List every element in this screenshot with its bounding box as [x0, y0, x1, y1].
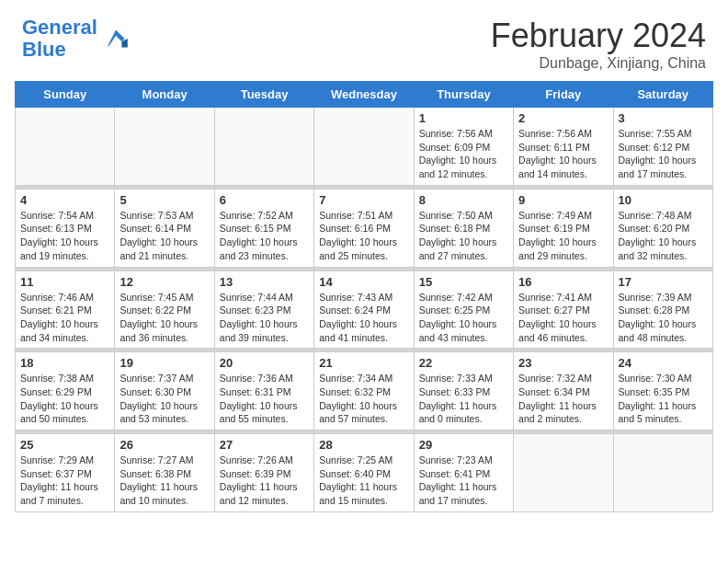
calendar-day-cell: 1Sunrise: 7:56 AM Sunset: 6:09 PM Daylig… [414, 108, 513, 186]
calendar-week-row: 11Sunrise: 7:46 AM Sunset: 6:21 PM Dayli… [16, 270, 713, 349]
calendar-week-row: 18Sunrise: 7:38 AM Sunset: 6:29 PM Dayli… [16, 352, 713, 431]
day-number: 8 [419, 193, 508, 207]
calendar-day-cell: 25Sunrise: 7:29 AM Sunset: 6:37 PM Dayli… [16, 434, 115, 512]
day-info: Sunrise: 7:23 AM Sunset: 6:41 PM Dayligh… [419, 454, 508, 508]
calendar-day-cell: 17Sunrise: 7:39 AM Sunset: 6:28 PM Dayli… [613, 270, 712, 349]
day-info: Sunrise: 7:50 AM Sunset: 6:18 PM Dayligh… [419, 209, 508, 263]
day-number: 19 [119, 356, 209, 370]
day-info: Sunrise: 7:54 AM Sunset: 6:13 PM Dayligh… [20, 209, 109, 263]
day-info: Sunrise: 7:29 AM Sunset: 6:37 PM Dayligh… [20, 454, 109, 508]
day-info: Sunrise: 7:25 AM Sunset: 6:40 PM Dayligh… [319, 454, 408, 508]
day-number: 26 [119, 438, 209, 452]
day-number: 4 [20, 193, 109, 207]
day-info: Sunrise: 7:48 AM Sunset: 6:20 PM Dayligh… [619, 209, 708, 263]
calendar-day-cell: 24Sunrise: 7:30 AM Sunset: 6:35 PM Dayli… [613, 352, 712, 431]
day-number: 18 [20, 356, 109, 370]
day-info: Sunrise: 7:32 AM Sunset: 6:34 PM Dayligh… [518, 372, 608, 426]
calendar-day-cell: 27Sunrise: 7:26 AM Sunset: 6:39 PM Dayli… [214, 434, 313, 512]
day-number: 29 [419, 438, 508, 452]
calendar-day-cell [115, 108, 214, 186]
calendar-day-cell [214, 108, 313, 186]
day-number: 24 [619, 356, 708, 370]
calendar-table: SundayMondayTuesdayWednesdayThursdayFrid… [15, 81, 713, 512]
calendar-day-cell: 18Sunrise: 7:38 AM Sunset: 6:29 PM Dayli… [16, 352, 115, 431]
day-number: 17 [619, 275, 708, 289]
calendar-day-cell: 26Sunrise: 7:27 AM Sunset: 6:38 PM Dayli… [115, 434, 214, 512]
day-number: 7 [319, 193, 408, 207]
day-info: Sunrise: 7:46 AM Sunset: 6:21 PM Dayligh… [20, 291, 109, 345]
logo: General Blue [22, 17, 131, 61]
calendar-day-cell: 7Sunrise: 7:51 AM Sunset: 6:16 PM Daylig… [314, 189, 414, 267]
calendar-day-cell [16, 108, 115, 186]
day-number: 2 [518, 111, 608, 125]
calendar-day-header: Wednesday [314, 82, 414, 108]
day-info: Sunrise: 7:37 AM Sunset: 6:30 PM Dayligh… [119, 372, 209, 426]
calendar-day-cell [514, 434, 613, 512]
day-info: Sunrise: 7:51 AM Sunset: 6:16 PM Dayligh… [319, 209, 408, 263]
day-number: 6 [220, 193, 309, 207]
calendar-day-header: Monday [115, 82, 214, 108]
logo-text-blue: Blue [22, 38, 66, 61]
calendar-day-cell [613, 434, 712, 512]
calendar-day-cell: 9Sunrise: 7:49 AM Sunset: 6:19 PM Daylig… [514, 189, 613, 267]
calendar-day-header: Sunday [16, 82, 115, 108]
day-number: 16 [518, 275, 608, 289]
day-info: Sunrise: 7:52 AM Sunset: 6:15 PM Dayligh… [220, 209, 309, 263]
calendar-day-cell: 4Sunrise: 7:54 AM Sunset: 6:13 PM Daylig… [16, 189, 115, 267]
day-number: 22 [419, 356, 508, 370]
calendar-day-cell: 15Sunrise: 7:42 AM Sunset: 6:25 PM Dayli… [414, 270, 513, 349]
calendar-day-cell: 2Sunrise: 7:56 AM Sunset: 6:11 PM Daylig… [514, 108, 613, 186]
calendar-day-cell: 19Sunrise: 7:37 AM Sunset: 6:30 PM Dayli… [115, 352, 214, 431]
day-number: 20 [220, 356, 309, 370]
day-info: Sunrise: 7:56 AM Sunset: 6:09 PM Dayligh… [419, 127, 508, 181]
day-info: Sunrise: 7:49 AM Sunset: 6:19 PM Dayligh… [518, 209, 608, 263]
day-info: Sunrise: 7:27 AM Sunset: 6:38 PM Dayligh… [119, 454, 209, 508]
day-info: Sunrise: 7:34 AM Sunset: 6:32 PM Dayligh… [319, 372, 408, 426]
day-number: 14 [319, 275, 408, 289]
calendar-day-cell: 22Sunrise: 7:33 AM Sunset: 6:33 PM Dayli… [414, 352, 513, 431]
logo-text-general: General [22, 16, 97, 39]
day-info: Sunrise: 7:55 AM Sunset: 6:12 PM Dayligh… [619, 127, 708, 181]
calendar-day-cell: 23Sunrise: 7:32 AM Sunset: 6:34 PM Dayli… [514, 352, 613, 431]
day-number: 9 [518, 193, 608, 207]
day-info: Sunrise: 7:42 AM Sunset: 6:25 PM Dayligh… [419, 291, 508, 345]
calendar-day-header: Thursday [414, 82, 513, 108]
calendar-day-cell: 28Sunrise: 7:25 AM Sunset: 6:40 PM Dayli… [314, 434, 414, 512]
calendar-day-cell [314, 108, 414, 186]
day-number: 5 [119, 193, 209, 207]
day-number: 12 [119, 275, 209, 289]
calendar-day-cell: 5Sunrise: 7:53 AM Sunset: 6:14 PM Daylig… [115, 189, 214, 267]
calendar-week-row: 25Sunrise: 7:29 AM Sunset: 6:37 PM Dayli… [16, 434, 713, 512]
day-number: 25 [20, 438, 109, 452]
location: Dunbage, Xinjiang, China [491, 55, 706, 72]
day-info: Sunrise: 7:43 AM Sunset: 6:24 PM Dayligh… [319, 291, 408, 345]
month-title: February 2024 [491, 17, 706, 55]
calendar-day-cell: 29Sunrise: 7:23 AM Sunset: 6:41 PM Dayli… [414, 434, 513, 512]
day-info: Sunrise: 7:33 AM Sunset: 6:33 PM Dayligh… [419, 372, 508, 426]
calendar-day-cell: 21Sunrise: 7:34 AM Sunset: 6:32 PM Dayli… [314, 352, 414, 431]
header: General Blue February 2024 Dunbage, Xinj… [0, 0, 728, 81]
day-info: Sunrise: 7:36 AM Sunset: 6:31 PM Dayligh… [220, 372, 309, 426]
calendar-day-header: Saturday [613, 82, 712, 108]
day-info: Sunrise: 7:38 AM Sunset: 6:29 PM Dayligh… [20, 372, 109, 426]
calendar-day-cell: 10Sunrise: 7:48 AM Sunset: 6:20 PM Dayli… [613, 189, 712, 267]
calendar-day-header: Tuesday [214, 82, 313, 108]
day-number: 27 [220, 438, 309, 452]
day-info: Sunrise: 7:30 AM Sunset: 6:35 PM Dayligh… [619, 372, 708, 426]
day-info: Sunrise: 7:26 AM Sunset: 6:39 PM Dayligh… [220, 454, 309, 508]
day-number: 1 [419, 111, 508, 125]
calendar-header-row: SundayMondayTuesdayWednesdayThursdayFrid… [16, 82, 713, 108]
day-number: 21 [319, 356, 408, 370]
day-info: Sunrise: 7:41 AM Sunset: 6:27 PM Dayligh… [518, 291, 608, 345]
calendar-day-cell: 12Sunrise: 7:45 AM Sunset: 6:22 PM Dayli… [115, 270, 214, 349]
day-info: Sunrise: 7:56 AM Sunset: 6:11 PM Dayligh… [518, 127, 608, 181]
logo-icon [101, 24, 131, 53]
calendar-day-cell: 20Sunrise: 7:36 AM Sunset: 6:31 PM Dayli… [214, 352, 313, 431]
title-section: February 2024 Dunbage, Xinjiang, China [491, 17, 706, 72]
calendar-day-cell: 11Sunrise: 7:46 AM Sunset: 6:21 PM Dayli… [16, 270, 115, 349]
day-number: 10 [619, 193, 708, 207]
day-info: Sunrise: 7:53 AM Sunset: 6:14 PM Dayligh… [119, 209, 209, 263]
calendar-day-cell: 13Sunrise: 7:44 AM Sunset: 6:23 PM Dayli… [214, 270, 313, 349]
day-info: Sunrise: 7:39 AM Sunset: 6:28 PM Dayligh… [619, 291, 708, 345]
calendar-day-cell: 3Sunrise: 7:55 AM Sunset: 6:12 PM Daylig… [613, 108, 712, 186]
